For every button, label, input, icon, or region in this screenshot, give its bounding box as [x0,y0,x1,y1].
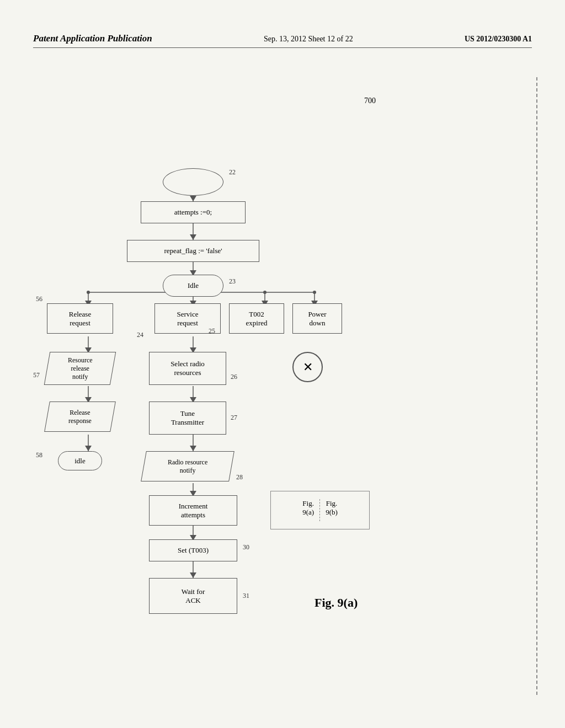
ref-28: 28 [236,473,243,481]
fig-ref-box: Fig.9(a) Fig.9(b) [270,491,370,529]
start-oval [163,168,223,196]
ref-31: 31 [243,592,249,600]
fig-9b-ref: Fig.9(b) [326,499,338,521]
ref-26: 26 [231,373,237,381]
right-border [536,77,537,695]
ref-25: 25 [209,327,215,335]
idle-58: idle [58,451,102,470]
header: Patent Application Publication Sep. 13, … [33,33,532,48]
radio-resource-notify: Radio resource notify [141,451,234,481]
ref-24: 24 [137,331,143,339]
terminate-symbol: ✕ [292,352,323,382]
connector-svg [0,77,565,717]
release-response: Release response [44,402,116,432]
page: Patent Application Publication Sep. 13, … [0,0,565,728]
svg-marker-33 [190,446,196,451]
select-radio-resources: Select radio resources [149,352,226,385]
release-request: Release request [47,303,113,334]
svg-marker-30 [85,446,92,451]
ref-56: 56 [36,295,42,303]
t002-expired: T002 expired [229,303,284,334]
repeat-flag-box: repeat_flag := 'false' [127,240,259,262]
resource-release-notify: Resource release notify [44,352,116,385]
header-title: Patent Application Publication [33,33,152,44]
svg-marker-21 [190,196,196,201]
tune-transmitter: Tune Transmitter [149,402,226,435]
fig-9a-ref: Fig.9(a) [302,499,314,521]
fig-divider [319,499,320,521]
ref-22: 22 [229,168,236,176]
power-down: Power down [292,303,342,334]
svg-point-10 [263,291,266,294]
increment-attempts: Increment attempts [149,495,237,526]
svg-point-5 [87,291,90,294]
set-t003: Set (T003) [149,539,237,561]
ref-58: 58 [36,451,42,459]
header-patent-num: US 2012/0230300 A1 [465,35,532,44]
svg-marker-22 [190,234,196,240]
wait-for-ack: Wait for ACK [149,578,237,614]
ref-700: 700 [364,97,376,105]
attempts-box: attempts :=0; [141,201,246,223]
ref-27: 27 [231,414,237,422]
ref-23: 23 [229,277,236,286]
header-date-sheet: Sep. 13, 2012 Sheet 12 of 22 [264,35,353,44]
fig-9a-label: Fig. 9(a) [315,596,358,610]
svg-point-6 [313,291,316,294]
idle-23: Idle [163,275,223,297]
ref-30: 30 [243,543,249,552]
ref-57: 57 [33,371,40,379]
svg-marker-36 [190,572,196,578]
